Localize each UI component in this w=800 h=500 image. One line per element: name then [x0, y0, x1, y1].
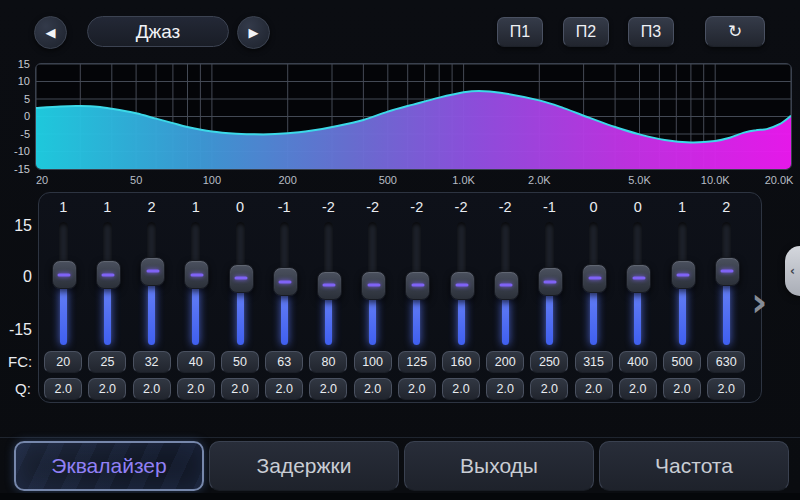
band-gain-value: -2	[455, 199, 468, 215]
handle-grip-line	[456, 284, 469, 287]
band-slider-handle[interactable]	[538, 267, 563, 296]
band-gain-value: -1	[278, 199, 291, 215]
band-fc-button[interactable]: 315	[575, 351, 613, 373]
eq-axis-label: 15	[4, 217, 32, 235]
preset-name: Джаз	[136, 21, 181, 43]
chart-y-tick: -10	[4, 146, 30, 157]
band-fc-button[interactable]: 630	[707, 351, 745, 373]
chart-x-tick: 500	[379, 174, 397, 186]
band-slider-handle[interactable]	[626, 264, 651, 293]
band-slider-handle[interactable]	[494, 271, 519, 300]
chart-y-tick: 5	[4, 94, 30, 105]
tab-delays[interactable]: Задержки	[209, 441, 399, 491]
chart-y-tick: 0	[4, 111, 30, 122]
handle-grip-line	[235, 277, 248, 280]
preset-slot-3-button[interactable]: П3	[628, 17, 674, 47]
tab-equalizer[interactable]: Эквалайзер	[14, 441, 204, 491]
band-q-button[interactable]: 2.0	[707, 378, 745, 400]
band-slider-handle[interactable]	[317, 271, 342, 300]
chart-x-tick: 20	[36, 174, 48, 186]
band-fc-button[interactable]: 80	[309, 351, 347, 373]
band-q-button[interactable]: 2.0	[619, 378, 657, 400]
band-fc-button[interactable]: 50	[221, 351, 259, 373]
chart-x-tick: 20.0K	[765, 174, 794, 186]
band-slider-handle[interactable]	[405, 271, 430, 300]
band-q-button[interactable]: 2.0	[575, 378, 613, 400]
response-curve-svg	[36, 64, 791, 169]
band-slider-handle[interactable]	[140, 257, 165, 286]
tab-frequency[interactable]: Частота	[599, 441, 789, 491]
more-bands-arrow[interactable]: ›	[751, 282, 767, 322]
fc-row-label: FC:	[8, 353, 32, 370]
chart-x-tick: 2.0K	[528, 174, 551, 186]
band-fc-button[interactable]: 200	[486, 351, 524, 373]
band-fc-button[interactable]: 400	[619, 351, 657, 373]
band-slider-handle[interactable]	[450, 271, 475, 300]
band-slider-handle[interactable]	[52, 260, 77, 289]
band-q-button[interactable]: 2.0	[265, 378, 303, 400]
band-fc-button[interactable]: 160	[442, 351, 480, 373]
band-fc-button[interactable]: 25	[88, 351, 126, 373]
band-q-button[interactable]: 2.0	[398, 378, 436, 400]
band-slider-handle[interactable]	[273, 267, 298, 296]
band-q-button[interactable]: 2.0	[221, 378, 259, 400]
band-q-button[interactable]: 2.0	[530, 378, 568, 400]
band-q-button[interactable]: 2.0	[88, 378, 126, 400]
band-q-button[interactable]: 2.0	[177, 378, 215, 400]
preset-slot-1-button[interactable]: П1	[497, 17, 543, 47]
chart-x-tick: 5.0K	[628, 174, 651, 186]
band-slider-handle[interactable]	[361, 271, 386, 300]
band-q-button[interactable]: 2.0	[354, 378, 392, 400]
band-gain-value: 0	[590, 199, 598, 215]
reset-button[interactable]: ↻	[705, 16, 765, 47]
band-q-button[interactable]: 2.0	[442, 378, 480, 400]
band-q-button[interactable]: 2.0	[663, 378, 701, 400]
band-q-button[interactable]: 2.0	[44, 378, 82, 400]
band-fc-button[interactable]: 500	[663, 351, 701, 373]
handle-grip-line	[544, 280, 557, 283]
handle-grip-line	[721, 270, 734, 273]
band-slider-handle[interactable]	[229, 264, 254, 293]
preset-prev-button[interactable]: ◀	[34, 16, 67, 49]
bottom-tab-bar: ЭквалайзерЗадержкиВыходыЧастота	[0, 437, 800, 500]
band-fc-button[interactable]: 40	[177, 351, 215, 373]
band-q-button[interactable]: 2.0	[309, 378, 347, 400]
band-slider-handle[interactable]	[715, 257, 740, 286]
band-fc-button[interactable]: 32	[133, 351, 171, 373]
tab-outputs[interactable]: Выходы	[404, 441, 594, 491]
band-gain-value: 1	[59, 199, 67, 215]
band-fc-button[interactable]: 125	[398, 351, 436, 373]
reset-icon: ↻	[728, 23, 742, 40]
band-gain-value: 0	[634, 199, 642, 215]
band-gain-value: -2	[322, 199, 335, 215]
preset-next-button[interactable]: ▶	[237, 16, 270, 49]
band-q-button[interactable]: 2.0	[486, 378, 524, 400]
handle-grip-line	[146, 270, 159, 273]
band-q-button[interactable]: 2.0	[133, 378, 171, 400]
chart-x-tick: 50	[130, 174, 142, 186]
band-slider-handle[interactable]	[96, 260, 121, 289]
chart-y-tick: -15	[4, 164, 30, 175]
band-gain-value: -2	[410, 199, 423, 215]
band-gain-value: 1	[678, 199, 686, 215]
band-gain-value: -2	[499, 199, 512, 215]
band-slider-handle[interactable]	[582, 264, 607, 293]
band-fc-button[interactable]: 100	[354, 351, 392, 373]
band-gain-value: -1	[543, 199, 556, 215]
chart-x-tick: 100	[203, 174, 221, 186]
band-fc-button[interactable]: 63	[265, 351, 303, 373]
band-fc-button[interactable]: 20	[44, 351, 82, 373]
band-fc-button[interactable]: 250	[530, 351, 568, 373]
handle-grip-line	[279, 280, 292, 283]
band-slider-handle[interactable]	[671, 260, 696, 289]
preset-slot-2-button[interactable]: П2	[563, 17, 609, 47]
band-gain-value: 1	[103, 199, 111, 215]
chart-y-tick: -5	[4, 129, 30, 140]
preset-display[interactable]: Джаз	[87, 16, 229, 47]
chart-x-tick: 1.0K	[452, 174, 475, 186]
side-drawer-handle[interactable]: ‹	[785, 246, 800, 296]
handle-grip-line	[632, 277, 645, 280]
chart-y-tick: 15	[4, 59, 30, 70]
right-triangle-icon: ▶	[249, 26, 259, 39]
band-slider-handle[interactable]	[184, 260, 209, 289]
